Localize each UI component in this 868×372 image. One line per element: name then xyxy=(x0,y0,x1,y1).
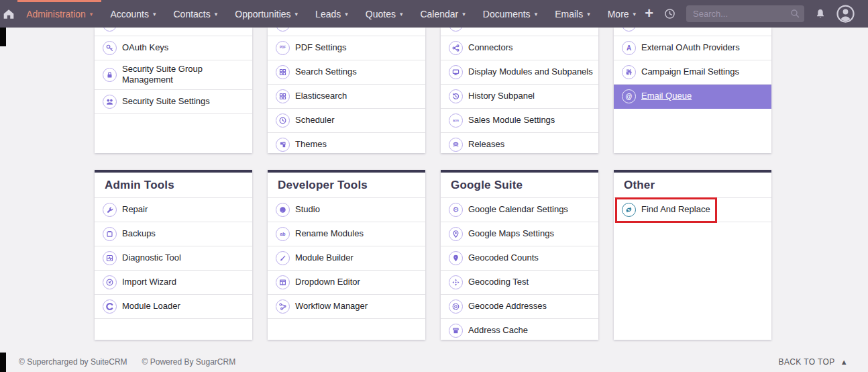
admin-link-find-and-replace[interactable]: Find And Replace xyxy=(614,198,771,222)
aos-icon: AOS xyxy=(449,113,463,128)
admin-link-themes[interactable]: Themes xyxy=(268,133,425,153)
back-to-top-label: BACK TO TOP xyxy=(778,357,834,367)
workflow-icon xyxy=(276,299,290,314)
archive-icon xyxy=(449,324,463,338)
admin-link-label: Find And Replace xyxy=(641,204,710,215)
nav-item-opportunities[interactable]: Opportunities▾ xyxy=(226,0,307,28)
admin-link-label: Dropdown Editor xyxy=(295,277,360,287)
admin-link-dropdown-editor[interactable]: Dropdown Editor xyxy=(268,271,425,295)
history-icon xyxy=(449,89,463,103)
panel-column-2: PDFPDF SettingsSearch SettingsElasticsea… xyxy=(268,28,425,153)
admin-link-label: Backups xyxy=(122,228,156,239)
nav-item-label: More xyxy=(608,9,629,19)
home-icon xyxy=(3,8,15,19)
clipped-row xyxy=(268,28,425,36)
suitecrm-credit: © Supercharged by SuiteCRM xyxy=(19,357,127,367)
admin-link-releases[interactable]: Releases xyxy=(441,133,598,153)
admin-link-label: Scheduler xyxy=(295,115,335,126)
nav-item-label: Opportunities xyxy=(235,9,290,19)
clipped-icon xyxy=(622,28,636,32)
admin-link-module-builder[interactable]: Module Builder xyxy=(268,246,425,271)
notifications-bell-icon[interactable] xyxy=(815,8,826,19)
monitor-icon xyxy=(449,65,463,79)
admin-link-security-suite-group-management[interactable]: Security Suite Group Management xyxy=(95,60,252,90)
search-input[interactable] xyxy=(686,5,804,22)
nav-item-documents[interactable]: Documents▾ xyxy=(474,0,546,28)
clipped-icon xyxy=(276,28,290,32)
admin-link-module-loader[interactable]: Module Loader xyxy=(95,295,252,319)
admin-link-email-queue[interactable]: @Email Queue xyxy=(614,85,771,109)
quick-create-button[interactable]: + xyxy=(645,6,653,21)
share-icon xyxy=(449,41,463,55)
palette-icon xyxy=(276,203,290,217)
import-icon xyxy=(103,275,117,289)
nav-item-calendar[interactable]: Calendar▾ xyxy=(411,0,474,28)
chevron-down-icon: ▾ xyxy=(462,11,466,17)
admin-link-repair[interactable]: Repair xyxy=(95,198,252,222)
letter-a-icon: A xyxy=(622,41,636,55)
chevron-down-icon: ▾ xyxy=(633,11,637,17)
admin-link-campaign-email-settings[interactable]: Campaign Email Settings xyxy=(614,60,771,85)
nav-item-accounts[interactable]: Accounts▾ xyxy=(101,0,164,28)
chevron-down-icon: ▾ xyxy=(90,11,93,17)
back-to-top-button[interactable]: BACK TO TOP ▲ xyxy=(778,357,848,367)
chevron-down-icon: ▾ xyxy=(295,11,299,17)
admin-link-geocoded-counts[interactable]: Geocoded Counts xyxy=(441,246,598,271)
target-icon xyxy=(449,299,463,314)
admin-link-elasticsearch[interactable]: Elasticsearch xyxy=(268,85,425,109)
admin-link-label: Diagnostic Tool xyxy=(122,252,181,263)
nav-item-label: Calendar xyxy=(420,9,458,19)
key-icon xyxy=(103,41,117,55)
admin-link-address-cache[interactable]: Address Cache xyxy=(441,319,598,340)
nav-item-contacts[interactable]: Contacts▾ xyxy=(165,0,227,28)
admin-link-connectors[interactable]: Connectors xyxy=(441,36,598,60)
user-avatar[interactable] xyxy=(836,5,855,23)
admin-link-label: Import Wizard xyxy=(122,277,176,287)
quadrants-icon xyxy=(276,138,290,152)
navbar-right: + xyxy=(645,0,868,28)
admin-link-workflow-manager[interactable]: Workflow Manager xyxy=(268,295,425,319)
admin-link-display-modules-and-subpanels[interactable]: Display Modules and Subpanels xyxy=(441,60,598,85)
global-search xyxy=(686,5,804,22)
clipped-row xyxy=(95,28,252,36)
admin-link-geocode-addresses[interactable]: Geocode Addresses xyxy=(441,295,598,319)
admin-link-security-suite-settings[interactable]: Security Suite Settings xyxy=(95,90,252,114)
nav-item-administration[interactable]: Administration▾ xyxy=(17,0,101,28)
brush-icon xyxy=(276,251,290,265)
admin-link-label: Campaign Email Settings xyxy=(641,66,739,77)
admin-link-diagnostic-tool[interactable]: Diagnostic Tool xyxy=(95,246,252,271)
nav-item-quotes[interactable]: Quotes▾ xyxy=(357,0,412,28)
admin-link-studio[interactable]: Studio xyxy=(268,198,425,222)
admin-link-label: Sales Module Settings xyxy=(468,115,555,126)
admin-link-history-subpanel[interactable]: History Subpanel xyxy=(441,85,598,109)
home-button[interactable] xyxy=(0,0,17,28)
nav-item-label: Documents xyxy=(483,9,531,19)
chevron-down-icon: ▾ xyxy=(535,11,538,17)
recently-viewed-icon[interactable] xyxy=(664,8,675,19)
admin-link-import-wizard[interactable]: Import Wizard xyxy=(95,271,252,295)
admin-link-backups[interactable]: Backups xyxy=(95,222,252,246)
panel-column-4: AExternal OAuth ProvidersCampaign Email … xyxy=(614,28,771,153)
admin-link-oauth-keys[interactable]: OAuth Keys xyxy=(95,36,252,60)
panel-other: OtherFind And Replace xyxy=(614,170,771,340)
admin-link-rename-modules[interactable]: abRename Modules xyxy=(268,222,425,246)
admin-link-label: Geocode Addresses xyxy=(468,301,547,312)
footer-credits: © Supercharged by SuiteCRM © Powered By … xyxy=(19,357,235,367)
admin-link-scheduler[interactable]: Scheduler xyxy=(268,109,425,133)
admin-link-search-settings[interactable]: Search Settings xyxy=(268,60,425,85)
navbar: Administration▾Accounts▾Contacts▾Opportu… xyxy=(0,0,868,28)
admin-link-google-maps-settings[interactable]: Google Maps Settings xyxy=(441,222,598,246)
admin-link-sales-module-settings[interactable]: AOSSales Module Settings xyxy=(441,109,598,133)
admin-link-label: Repair xyxy=(122,204,148,215)
footer: © Supercharged by SuiteCRM © Powered By … xyxy=(0,352,868,372)
admin-link-pdf-settings[interactable]: PDFPDF Settings xyxy=(268,36,425,60)
admin-link-external-oauth-providers[interactable]: AExternal OAuth Providers xyxy=(614,36,771,60)
nav-item-more[interactable]: More▾ xyxy=(599,0,645,28)
admin-link-geocoding-test[interactable]: Geocoding Test xyxy=(441,271,598,295)
panel-column-1: OAuth KeysSecurity Suite Group Managemen… xyxy=(95,28,252,153)
admin-link-label: Studio xyxy=(295,204,320,215)
nav-item-leads[interactable]: Leads▾ xyxy=(307,0,357,28)
nav-item-emails[interactable]: Emails▾ xyxy=(546,0,599,28)
clipped-icon xyxy=(103,28,117,32)
admin-link-google-calendar-settings[interactable]: ⚙Google Calendar Settings xyxy=(441,198,598,222)
